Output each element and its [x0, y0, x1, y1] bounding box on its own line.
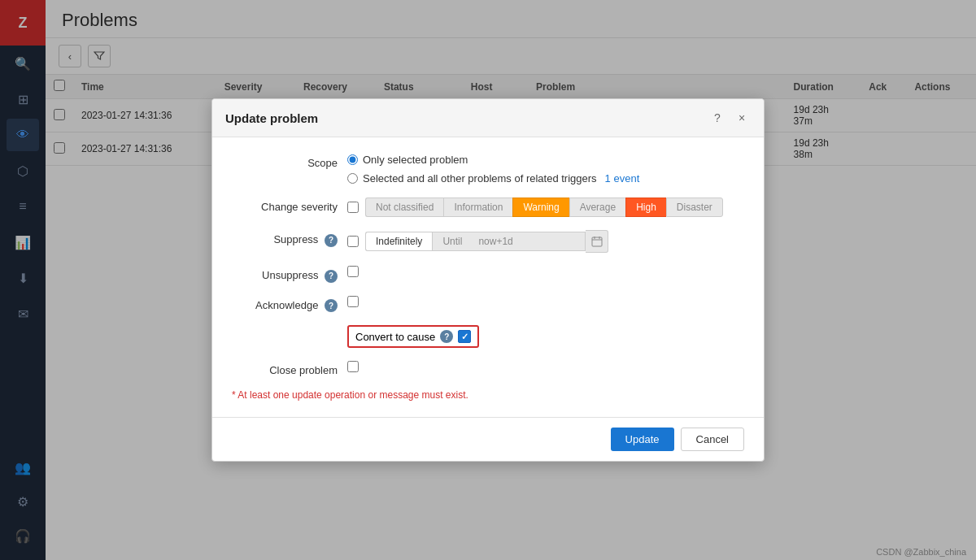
suppress-indefinitely[interactable]: Indefinitely	[365, 232, 432, 251]
close-problem-label: Close problem	[232, 361, 338, 376]
scope-row: Scope Only selected problem Selected and…	[232, 154, 744, 184]
suppress-date-input[interactable]	[472, 232, 586, 251]
suppress-label: Suppress ?	[232, 230, 338, 247]
dialog-close-button[interactable]: ×	[733, 109, 751, 127]
scope-content: Only selected problem Selected and all o…	[347, 154, 744, 184]
scope-radio2[interactable]	[347, 173, 358, 184]
acknowledge-checkbox[interactable]	[347, 296, 359, 307]
severity-high[interactable]: High	[625, 198, 666, 217]
convert-to-cause-row: Convert to cause ?	[232, 325, 744, 348]
change-severity-checkbox[interactable]	[347, 202, 359, 213]
dialog-header-actions: ? ×	[708, 109, 751, 127]
unsuppress-checkbox[interactable]	[347, 266, 359, 277]
scope-option1-label: Only selected problem	[363, 154, 468, 166]
convert-to-cause-text: Convert to cause	[355, 331, 435, 343]
suppress-row: Suppress ? Indefinitely Until	[232, 230, 744, 253]
suppress-help-icon[interactable]: ?	[325, 234, 338, 247]
close-problem-row: Close problem	[232, 361, 744, 376]
convert-to-cause-content: Convert to cause ?	[347, 325, 479, 348]
acknowledge-help-icon[interactable]: ?	[325, 299, 338, 312]
severity-information[interactable]: Information	[443, 198, 512, 217]
scope-option1[interactable]: Only selected problem	[347, 154, 744, 166]
close-problem-checkbox[interactable]	[347, 361, 359, 372]
change-severity-label: Change severity	[232, 198, 338, 213]
change-severity-row: Change severity Not classified Informati…	[232, 198, 744, 217]
suppress-group: Indefinitely Until	[365, 230, 608, 253]
dialog-footer: Update Cancel	[212, 417, 764, 461]
severity-average[interactable]: Average	[569, 198, 625, 217]
convert-to-cause-help-icon[interactable]: ?	[440, 330, 453, 343]
severity-warning[interactable]: Warning	[512, 198, 569, 217]
convert-to-cause-checkbox[interactable]	[458, 330, 471, 343]
update-button[interactable]: Update	[611, 428, 674, 451]
acknowledge-row: Acknowledge ?	[232, 296, 744, 313]
dialog-title: Update problem	[225, 111, 318, 125]
scope-radio1[interactable]	[347, 154, 358, 165]
scope-label: Scope	[232, 154, 338, 169]
scope-option2-label: Selected and all other problems of relat…	[363, 172, 597, 184]
suppress-until[interactable]: Until	[432, 232, 472, 251]
acknowledge-label: Acknowledge ?	[232, 296, 338, 313]
dialog-header: Update problem ? ×	[212, 99, 764, 137]
cancel-button[interactable]: Cancel	[681, 428, 744, 451]
calendar-icon[interactable]	[586, 230, 608, 253]
error-message: * At least one update operation or messa…	[232, 389, 744, 401]
suppress-content: Indefinitely Until	[347, 230, 608, 253]
convert-to-cause-highlight: Convert to cause ?	[347, 325, 479, 348]
update-problem-dialog: Update problem ? × Scope Only selected p…	[211, 98, 765, 462]
dialog-body: Scope Only selected problem Selected and…	[212, 137, 764, 417]
modal-overlay: Update problem ? × Scope Only selected p…	[0, 0, 976, 560]
scope-option2[interactable]: Selected and all other problems of relat…	[347, 172, 744, 184]
convert-to-cause-label-spacer	[232, 325, 338, 328]
dialog-help-button[interactable]: ?	[708, 109, 726, 127]
unsuppress-content	[347, 266, 359, 277]
acknowledge-content	[347, 296, 359, 307]
severity-not-classified[interactable]: Not classified	[365, 198, 443, 217]
close-problem-content	[347, 361, 359, 372]
unsuppress-help-icon[interactable]: ?	[325, 270, 338, 283]
scope-event-count: 1 event	[605, 172, 640, 184]
change-severity-content: Not classified Information Warning Avera…	[347, 198, 723, 217]
severity-group: Not classified Information Warning Avera…	[365, 198, 723, 217]
suppress-checkbox[interactable]	[347, 236, 359, 247]
unsuppress-row: Unsuppress ?	[232, 266, 744, 283]
unsuppress-label: Unsuppress ?	[232, 266, 338, 283]
svg-rect-0	[592, 237, 602, 246]
severity-disaster[interactable]: Disaster	[666, 198, 723, 217]
